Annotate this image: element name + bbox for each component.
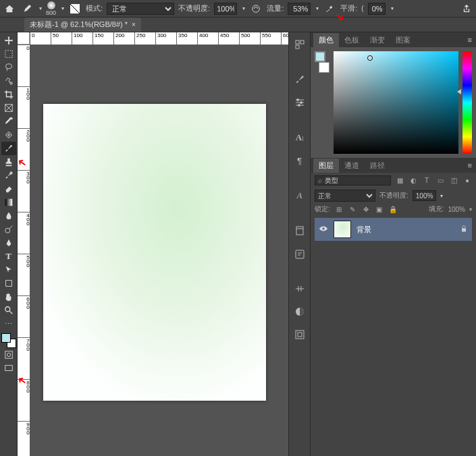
home-icon[interactable] <box>3 2 16 16</box>
healing-tool[interactable] <box>1 128 16 142</box>
filter-shape-icon[interactable]: ▭ <box>435 177 445 184</box>
panel-bg-swatch[interactable] <box>319 62 329 73</box>
layer-item[interactable]: 背景 <box>315 218 472 241</box>
pen-tool[interactable] <box>1 236 16 250</box>
history-brush-tool[interactable] <box>1 169 16 182</box>
brushes-panel-icon[interactable] <box>292 72 308 88</box>
zoom-tool[interactable] <box>1 304 16 317</box>
text-tool[interactable]: T <box>1 250 16 263</box>
chevron-down-icon[interactable]: ▾ <box>440 193 443 199</box>
quick-select-tool[interactable] <box>1 74 16 88</box>
move-tool[interactable] <box>1 34 16 47</box>
stamp-tool[interactable] <box>1 155 16 169</box>
ruler-origin[interactable] <box>18 32 30 45</box>
canvas-viewport[interactable] <box>30 45 288 456</box>
brush-tool-indicator-icon[interactable] <box>20 2 34 16</box>
styles-panel-icon[interactable] <box>292 304 308 320</box>
visibility-icon[interactable] <box>319 224 328 235</box>
lock-transparent-icon[interactable]: ⊞ <box>334 206 344 213</box>
vertical-ruler[interactable]: 0100200300400500600700800900 <box>18 45 30 456</box>
frame-tool[interactable] <box>1 101 16 115</box>
layer-filter-type[interactable]: ⌕ <box>315 175 391 186</box>
filter-smart-icon[interactable]: ◫ <box>449 177 458 184</box>
color-swatches[interactable] <box>1 333 16 348</box>
lock-icon[interactable] <box>460 225 468 234</box>
panel-menu-icon[interactable]: ≡ <box>468 36 476 44</box>
horizontal-ruler[interactable]: 05010015020025030035040045050055060 <box>30 32 288 45</box>
tab-patterns[interactable]: 图案 <box>390 33 416 47</box>
lock-position-icon[interactable]: ✥ <box>361 206 371 213</box>
blend-mode-select[interactable]: 正常 <box>107 3 174 15</box>
airbrush-icon[interactable] <box>323 2 336 16</box>
panel-swatches[interactable] <box>315 51 329 73</box>
layer-opacity-value[interactable]: 100% <box>413 190 437 201</box>
pressure-opacity-icon[interactable] <box>249 2 263 16</box>
more-tools-icon[interactable]: ⋯ <box>1 317 16 331</box>
opacity-input[interactable] <box>214 3 237 15</box>
hand-tool[interactable] <box>1 290 16 304</box>
gradient-tool[interactable] <box>1 196 16 209</box>
color-spectrum[interactable] <box>334 51 458 154</box>
chevron-down-icon[interactable]: ▾ <box>316 5 319 11</box>
brush-preset-picker[interactable]: 800 <box>46 1 56 16</box>
tab-gradients[interactable]: 渐变 <box>365 33 390 47</box>
chevron-down-icon[interactable]: ▾ <box>469 206 472 212</box>
paragraph-panel-icon[interactable]: ¶ <box>292 152 308 169</box>
glyphs-panel-icon[interactable]: A <box>292 188 308 204</box>
document-canvas[interactable] <box>43 104 266 401</box>
brush-settings-icon[interactable] <box>68 2 82 16</box>
adjustments-panel-icon[interactable] <box>292 281 308 297</box>
svg-rect-29 <box>298 333 302 337</box>
brush-settings-panel-icon[interactable] <box>292 94 308 111</box>
lasso-tool[interactable] <box>1 61 16 74</box>
chevron-down-icon[interactable]: ▾ <box>391 5 394 11</box>
tab-color[interactable]: 颜色 <box>313 33 339 47</box>
tab-layers[interactable]: 图层 <box>313 159 339 173</box>
smoothing-input[interactable] <box>368 3 386 15</box>
close-icon[interactable]: × <box>132 21 136 28</box>
tab-swatches[interactable]: 色板 <box>339 33 365 47</box>
filter-type-label[interactable] <box>325 177 348 184</box>
libraries-panel-icon[interactable] <box>292 223 308 239</box>
dodge-tool[interactable] <box>1 223 16 236</box>
tab-paths[interactable]: 路径 <box>365 159 390 173</box>
hue-strip[interactable] <box>462 51 472 154</box>
panel-fg-swatch[interactable] <box>315 51 325 62</box>
quick-mask-icon[interactable] <box>1 348 16 362</box>
brush-tool[interactable] <box>1 142 16 155</box>
panel-menu-icon[interactable]: ≡ <box>468 161 476 169</box>
chevron-down-icon[interactable]: ▾ <box>39 5 42 11</box>
comments-panel-icon[interactable] <box>292 246 308 262</box>
share-icon[interactable] <box>460 2 473 16</box>
lock-all-icon[interactable]: 🔒 <box>388 206 398 213</box>
foreground-color-swatch[interactable] <box>1 333 11 343</box>
flow-input[interactable] <box>288 3 311 15</box>
mode-label: 模式: <box>86 3 103 13</box>
eraser-tool[interactable] <box>1 182 16 196</box>
filter-toggle-icon[interactable]: ● <box>462 177 472 184</box>
tab-channels[interactable]: 通道 <box>339 159 365 173</box>
filter-text-icon[interactable]: T <box>422 177 431 184</box>
eyedropper-tool[interactable] <box>1 115 16 128</box>
layer-thumbnail[interactable] <box>334 221 351 238</box>
marquee-tool[interactable] <box>1 47 16 61</box>
brightness-slider-icon[interactable] <box>457 89 461 94</box>
lock-image-icon[interactable]: ✎ <box>348 206 357 213</box>
lock-artboard-icon[interactable]: ▣ <box>375 206 384 213</box>
filter-adjust-icon[interactable]: ◐ <box>408 177 418 184</box>
path-select-tool[interactable] <box>1 263 16 277</box>
chevron-down-icon[interactable]: ▾ <box>242 5 245 11</box>
crop-tool[interactable] <box>1 88 16 101</box>
history-panel-icon[interactable] <box>292 36 308 53</box>
screen-mode-icon[interactable] <box>1 362 16 375</box>
layer-name[interactable]: 背景 <box>356 225 454 235</box>
fill-value[interactable]: 100% <box>448 206 465 213</box>
filter-pixel-icon[interactable]: ▦ <box>395 177 404 184</box>
chevron-down-icon[interactable]: ▾ <box>61 5 64 11</box>
character-panel-icon[interactable]: A| <box>292 130 308 146</box>
layer-blend-select[interactable]: 正常 <box>315 190 375 202</box>
shape-tool[interactable] <box>1 277 16 290</box>
document-tab[interactable]: 未标题-1 @ 62.1%(RGB/8#) * × <box>24 18 141 32</box>
blur-tool[interactable] <box>1 209 16 223</box>
properties-panel-icon[interactable] <box>292 326 308 343</box>
